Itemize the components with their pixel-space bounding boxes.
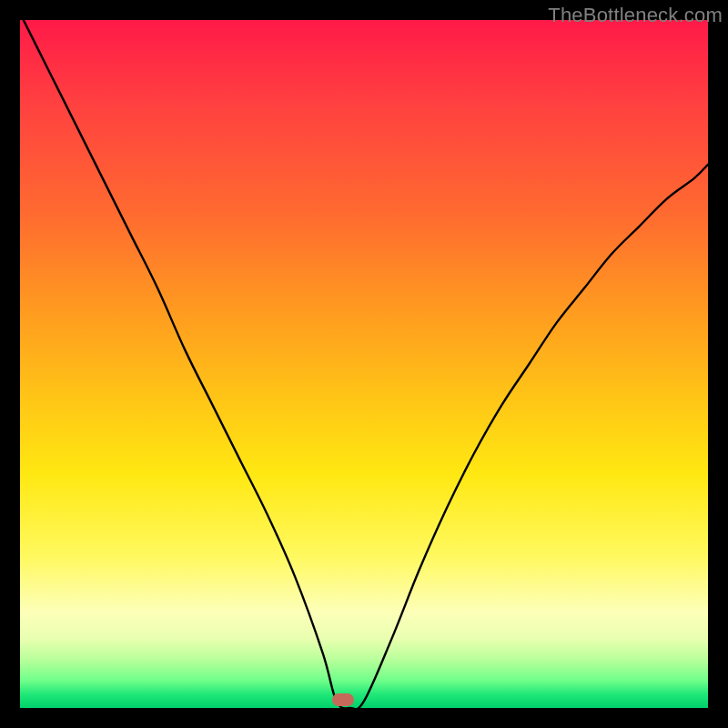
plot-area: [20, 20, 708, 708]
optimal-marker: [332, 693, 354, 706]
bottleneck-curve-path: [20, 20, 708, 708]
curve-layer: [20, 20, 708, 708]
watermark-text: TheBottleneck.com: [548, 4, 723, 27]
bottleneck-chart: TheBottleneck.com: [0, 0, 728, 728]
